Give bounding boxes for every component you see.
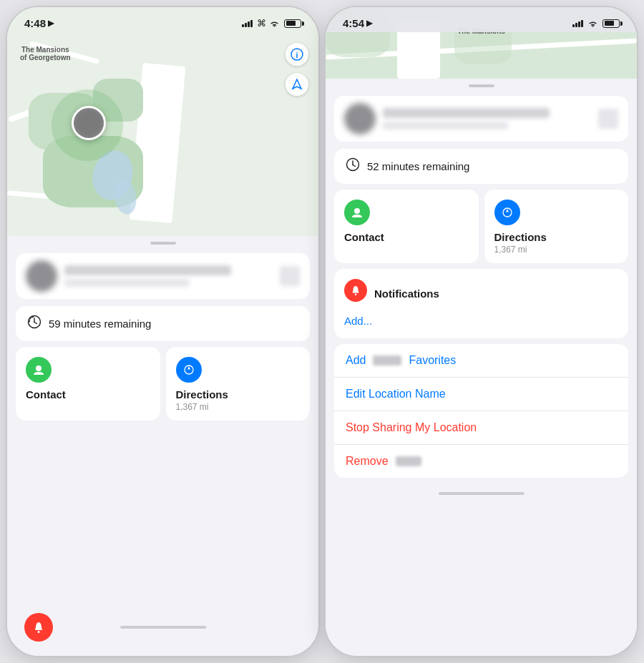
left-bottom-panel: 59 minutes remaining Contact: [7, 236, 318, 656]
notifications-add-button[interactable]: Add...: [344, 313, 618, 328]
right-time-text: 52 minutes remaining: [367, 160, 469, 172]
left-phone: 4:48 ▶ ⌘: [7, 7, 318, 656]
left-time: 4:48 ▶: [24, 17, 54, 29]
svg-point-16: [355, 293, 357, 295]
left-person-avatar: [26, 260, 57, 292]
right-person-name: [383, 108, 550, 118]
signal-icon: [242, 20, 253, 27]
svg-line-5: [34, 323, 37, 324]
notifications-card: Notifications Add...: [334, 269, 628, 338]
svg-marker-2: [293, 79, 301, 89]
right-status-bar: 4:54 ▶: [326, 7, 637, 32]
right-wifi-icon: [587, 18, 598, 29]
right-contact-card[interactable]: Contact: [334, 190, 479, 263]
right-person-info: [383, 108, 591, 129]
left-contact-card[interactable]: Contact: [16, 347, 160, 421]
right-status-icons: [572, 18, 620, 29]
left-contact-label: Contact: [26, 388, 150, 401]
left-map-avatar: [72, 106, 106, 140]
left-person-card: [16, 253, 310, 299]
directions-icon: [176, 357, 202, 383]
svg-point-13: [354, 208, 360, 214]
clock-icon: [27, 315, 42, 333]
left-status-bar: 4:48 ▶ ⌘: [7, 7, 318, 32]
right-contact-label: Contact: [344, 231, 469, 243]
left-time-text: 59 minutes remaining: [49, 318, 151, 330]
svg-marker-8: [187, 366, 190, 370]
right-battery-icon: [602, 19, 620, 28]
right-signal-icon: [572, 20, 583, 27]
left-person-name: [64, 265, 231, 275]
wifi-icon: ⌘: [257, 18, 280, 29]
battery-icon: [284, 19, 301, 28]
notifications-header: Notifications: [344, 279, 618, 308]
svg-marker-15: [506, 209, 509, 212]
info-button[interactable]: i: [286, 43, 308, 66]
left-directions-card[interactable]: Directions 1,367 mi: [166, 347, 311, 421]
svg-point-9: [38, 631, 40, 633]
action-list: Add Favorites Edit Location Name Stop Sh…: [334, 344, 628, 478]
svg-line-12: [353, 165, 356, 167]
left-status-icons: ⌘: [242, 18, 301, 29]
right-person-action: [598, 109, 618, 129]
right-action-row: Contact Directions 1,367 mi: [334, 190, 628, 263]
right-time-card: 52 minutes remaining: [334, 149, 628, 184]
right-home-indicator: [439, 492, 525, 495]
right-person-card: [334, 96, 628, 142]
right-person-sub: [383, 122, 508, 129]
left-notification-button[interactable]: [24, 613, 53, 642]
drag-handle: [150, 242, 176, 245]
left-person-action: [280, 266, 300, 286]
svg-point-6: [36, 365, 42, 371]
right-directions-sub: 1,367 mi: [494, 245, 619, 255]
right-clock-icon: [346, 157, 360, 175]
notifications-icon: [344, 279, 367, 302]
left-bottom-actions: [7, 606, 318, 656]
blurred-remove-name: [396, 456, 421, 466]
right-directions-card[interactable]: Directions 1,367 mi: [484, 190, 629, 263]
right-home-area: [326, 481, 637, 509]
left-home-indicator: [120, 626, 206, 629]
edit-location-button[interactable]: Edit Location Name: [334, 378, 628, 411]
right-bottom-panel: 52 minutes remaining Contact: [326, 79, 637, 656]
left-person-info: [64, 265, 273, 287]
left-person-sub: [64, 279, 190, 287]
svg-text:i: i: [296, 51, 298, 59]
remove-button[interactable]: Remove: [334, 445, 628, 478]
contact-icon: [26, 357, 52, 383]
location-arrow-icon: ▶: [48, 19, 54, 28]
right-directions-icon: [494, 200, 520, 225]
left-time-card: 59 minutes remaining: [16, 306, 310, 341]
right-drag-handle: [469, 84, 494, 87]
right-contact-icon: [344, 200, 370, 225]
blurred-name: [373, 355, 401, 365]
stop-sharing-button[interactable]: Stop Sharing My Location: [334, 411, 628, 445]
add-favorites-button[interactable]: Add Favorites: [334, 344, 628, 378]
right-phone: 4:54 ▶: [326, 7, 637, 656]
left-directions-label: Directions: [176, 388, 301, 401]
right-directions-label: Directions: [494, 231, 619, 243]
left-directions-sub: 1,367 mi: [176, 402, 301, 412]
left-action-row: Contact Directions 1,367 mi: [16, 347, 310, 421]
map-label-left: The Mansionsof Georgetown: [20, 46, 71, 62]
locate-button[interactable]: [286, 73, 308, 96]
right-person-avatar: [344, 103, 376, 134]
left-map: The Mansionsof Georgetown i: [7, 7, 318, 236]
notifications-label: Notifications: [374, 288, 439, 300]
right-time: 4:54 ▶: [343, 17, 372, 29]
right-location-arrow-icon: ▶: [366, 19, 372, 28]
